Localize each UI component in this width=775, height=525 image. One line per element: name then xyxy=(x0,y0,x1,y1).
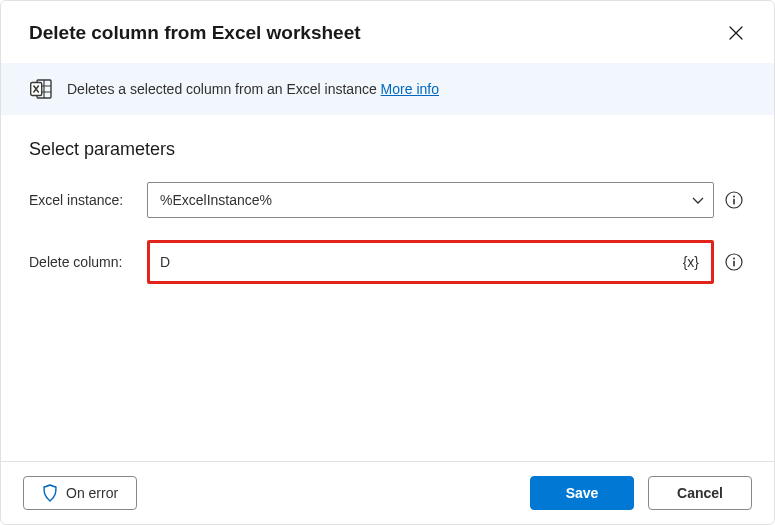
svg-point-9 xyxy=(733,257,735,259)
section-title: Select parameters xyxy=(29,139,746,160)
field-excel-instance: Excel instance: %ExcelInstance% xyxy=(29,182,746,218)
info-bar: Deletes a selected column from an Excel … xyxy=(1,63,774,115)
delete-column-value: D xyxy=(160,254,669,270)
delete-column-label: Delete column: xyxy=(29,254,139,270)
more-info-link[interactable]: More info xyxy=(381,81,439,97)
info-icon xyxy=(725,253,743,271)
svg-rect-10 xyxy=(733,261,735,267)
excel-icon xyxy=(29,77,53,101)
on-error-button[interactable]: On error xyxy=(23,476,137,510)
info-text: Deletes a selected column from an Excel … xyxy=(67,81,439,97)
delete-column-input[interactable]: D {x} xyxy=(150,243,711,281)
on-error-label: On error xyxy=(66,485,118,501)
save-button[interactable]: Save xyxy=(530,476,634,510)
dialog-title: Delete column from Excel worksheet xyxy=(29,22,361,44)
excel-instance-dropdown[interactable]: %ExcelInstance% xyxy=(147,182,714,218)
excel-instance-label: Excel instance: xyxy=(29,192,139,208)
chevron-down-icon xyxy=(691,193,705,207)
variable-picker-button[interactable]: {x} xyxy=(677,252,705,272)
cancel-label: Cancel xyxy=(677,485,723,501)
delete-column-highlight: D {x} xyxy=(147,240,714,284)
dialog-body: Select parameters Excel instance: %Excel… xyxy=(1,115,774,461)
info-description: Deletes a selected column from an Excel … xyxy=(67,81,381,97)
delete-column-info-button[interactable] xyxy=(722,250,746,274)
dialog-footer: On error Save Cancel xyxy=(1,461,774,524)
svg-rect-7 xyxy=(733,199,735,205)
close-button[interactable] xyxy=(720,17,752,49)
info-icon xyxy=(725,191,743,209)
save-label: Save xyxy=(566,485,599,501)
excel-instance-value: %ExcelInstance% xyxy=(160,192,683,208)
dialog-header: Delete column from Excel worksheet xyxy=(1,1,774,63)
excel-instance-info-button[interactable] xyxy=(722,188,746,212)
svg-point-6 xyxy=(733,195,735,197)
shield-icon xyxy=(42,484,58,502)
cancel-button[interactable]: Cancel xyxy=(648,476,752,510)
field-delete-column: Delete column: D {x} xyxy=(29,240,746,284)
footer-actions: Save Cancel xyxy=(530,476,752,510)
close-icon xyxy=(729,26,743,40)
dialog: Delete column from Excel worksheet Delet… xyxy=(0,0,775,525)
